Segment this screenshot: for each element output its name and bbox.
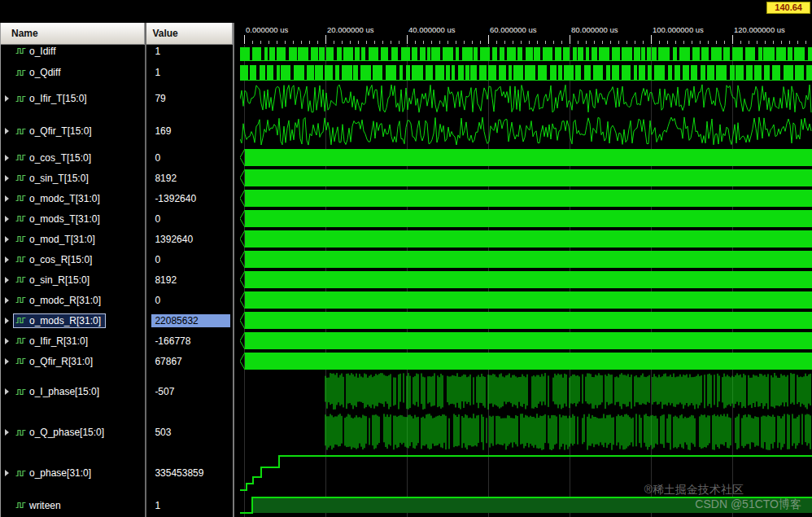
signal-name-box[interactable]: o_Idiff bbox=[13, 45, 60, 59]
signal-name-box[interactable]: o_I_phase[15:0] bbox=[13, 384, 104, 399]
signal-row-o_Q_phase[15:0][interactable]: o_Q_phase[15:0] bbox=[1, 412, 145, 453]
signal-name-box[interactable]: o_modc_T[31:0] bbox=[13, 191, 105, 206]
wave-row-o_mod_T[31:0][interactable] bbox=[240, 230, 812, 248]
wave-row-o_Qdiff[interactable] bbox=[240, 65, 812, 80]
expand-arrow-icon[interactable] bbox=[1, 338, 13, 344]
value-column-header[interactable]: Value bbox=[146, 23, 233, 45]
signal-name-box[interactable]: o_Ifir_R[31:0] bbox=[13, 334, 93, 348]
expand-arrow-icon[interactable] bbox=[1, 155, 13, 161]
signal-value-row-o_mod_T[31:0][interactable]: 1392640 bbox=[146, 229, 233, 249]
signal-row-o_mods_R[31:0][interactable]: o_mods_R[31:0] bbox=[1, 310, 145, 331]
signal-waveform-icon bbox=[15, 276, 26, 283]
signal-name-box[interactable]: o_sin_T[15:0] bbox=[13, 171, 94, 186]
signal-value-label: 0 bbox=[151, 151, 164, 164]
expand-arrow-icon[interactable] bbox=[1, 216, 13, 222]
signal-row-o_cos_R[15:0][interactable]: o_cos_R[15:0] bbox=[1, 249, 145, 269]
signal-value-row-o_Ifir_T[15:0][interactable]: 79 bbox=[146, 82, 233, 115]
signal-row-writeen[interactable]: writeen bbox=[1, 493, 145, 517]
signal-row-o_Qfir_T[15:0][interactable]: o_Qfir_T[15:0] bbox=[1, 115, 145, 147]
signal-value-row-o_modc_T[31:0][interactable]: -1392640 bbox=[146, 188, 233, 208]
signal-value-row-o_I_phase[15:0][interactable]: -507 bbox=[146, 371, 233, 412]
signal-name-box[interactable]: o_mod_T[31:0] bbox=[13, 232, 100, 247]
wave-row-o_I_phase[15:0][interactable] bbox=[325, 373, 810, 410]
signal-name-box[interactable]: writeen bbox=[13, 498, 66, 513]
expand-arrow-icon[interactable] bbox=[1, 128, 13, 134]
expand-arrow-icon[interactable] bbox=[1, 175, 13, 182]
signal-value-row-o_mods_R[31:0][interactable]: 22085632 bbox=[146, 310, 233, 331]
signal-name-box[interactable]: o_cos_R[15:0] bbox=[13, 252, 97, 267]
name-column-header[interactable]: Name bbox=[1, 23, 145, 45]
signal-row-o_modc_T[31:0][interactable]: o_modc_T[31:0] bbox=[1, 188, 145, 208]
signal-name-box[interactable]: o_cos_T[15:0] bbox=[13, 151, 96, 165]
signal-value-row-o_Qfir_T[15:0][interactable]: 169 bbox=[146, 115, 233, 147]
signal-value-row-writeen[interactable]: 1 bbox=[146, 493, 233, 517]
signal-name-box[interactable]: o_Qfir_R[31:0] bbox=[13, 354, 98, 369]
signal-value-row-o_mods_T[31:0][interactable]: 0 bbox=[146, 208, 233, 229]
signal-name-box[interactable]: o_phase[31:0] bbox=[13, 466, 96, 480]
signal-value-row-o_cos_T[15:0][interactable]: 0 bbox=[146, 147, 233, 168]
wave-row-o_modc_T[31:0][interactable] bbox=[240, 190, 812, 207]
expand-arrow-icon[interactable] bbox=[1, 277, 13, 283]
wave-row-writeen[interactable] bbox=[240, 497, 812, 513]
signal-name-box[interactable]: o_modc_R[31:0] bbox=[13, 293, 106, 308]
expand-arrow-icon[interactable] bbox=[1, 236, 13, 243]
signal-row-o_I_phase[15:0][interactable]: o_I_phase[15:0] bbox=[1, 371, 145, 412]
signal-value-row-o_Idiff[interactable]: 1 bbox=[146, 45, 233, 63]
wave-row-o_cos_T[15:0][interactable] bbox=[240, 149, 812, 166]
signal-name-box[interactable]: o_mods_R[31:0] bbox=[13, 313, 106, 328]
signal-value-label: 67867 bbox=[151, 355, 185, 368]
wave-row-o_mods_T[31:0][interactable] bbox=[240, 210, 812, 227]
expand-arrow-icon[interactable] bbox=[1, 388, 13, 395]
signal-name-label: o_modc_R[31:0] bbox=[29, 295, 101, 306]
wave-row-o_Qfir_R[31:0][interactable] bbox=[240, 353, 812, 370]
expand-arrow-icon[interactable] bbox=[1, 195, 13, 202]
signal-value-row-o_Q_phase[15:0][interactable]: 503 bbox=[146, 412, 233, 453]
signal-name-box[interactable]: o_Qfir_T[15:0] bbox=[13, 124, 97, 138]
signal-row-o_mod_T[31:0][interactable]: o_mod_T[31:0] bbox=[1, 229, 145, 249]
waveform-canvas[interactable] bbox=[240, 45, 812, 517]
signal-waveform-icon bbox=[15, 154, 26, 161]
signal-row-o_phase[31:0][interactable]: o_phase[31:0] bbox=[1, 453, 145, 493]
signal-row-o_sin_R[15:0][interactable]: o_sin_R[15:0] bbox=[1, 269, 145, 290]
signal-value-row-o_phase[31:0][interactable]: 335453859 bbox=[146, 453, 233, 493]
signal-name-box[interactable]: o_mods_T[31:0] bbox=[13, 212, 105, 226]
signal-row-o_Ifir_R[31:0][interactable]: o_Ifir_R[31:0] bbox=[1, 331, 145, 351]
signal-name-box[interactable]: o_Ifir_T[15:0] bbox=[13, 91, 92, 106]
wave-row-o_Q_phase[15:0][interactable] bbox=[325, 414, 810, 450]
wave-row-o_modc_R[31:0][interactable] bbox=[240, 291, 812, 309]
wave-row-o_Ifir_R[31:0][interactable] bbox=[240, 332, 812, 349]
signal-row-o_sin_T[15:0][interactable]: o_sin_T[15:0] bbox=[1, 168, 145, 188]
signal-row-o_cos_T[15:0][interactable]: o_cos_T[15:0] bbox=[1, 147, 145, 168]
signal-row-o_Ifir_T[15:0][interactable]: o_Ifir_T[15:0] bbox=[1, 82, 145, 115]
signal-value-row-o_sin_T[15:0][interactable]: 8192 bbox=[146, 168, 233, 188]
expand-arrow-icon[interactable] bbox=[1, 358, 13, 365]
signal-value-row-o_cos_R[15:0][interactable]: 0 bbox=[146, 249, 233, 269]
signal-name-box[interactable]: o_Qdiff bbox=[13, 65, 65, 80]
signal-row-o_modc_R[31:0][interactable]: o_modc_R[31:0] bbox=[1, 290, 145, 310]
signal-row-o_mods_T[31:0][interactable]: o_mods_T[31:0] bbox=[1, 208, 145, 229]
wave-row-o_mods_R[31:0][interactable] bbox=[240, 312, 812, 329]
signal-waveform-icon bbox=[15, 470, 26, 477]
signal-value-row-o_Ifir_R[31:0][interactable]: -166778 bbox=[146, 331, 233, 351]
expand-arrow-icon[interactable] bbox=[1, 429, 13, 436]
signal-value-row-o_sin_R[15:0][interactable]: 8192 bbox=[146, 269, 233, 290]
panel-splitter[interactable] bbox=[233, 23, 240, 517]
signal-row-o_Qfir_R[31:0][interactable]: o_Qfir_R[31:0] bbox=[1, 351, 145, 371]
signal-value-row-o_Qfir_R[31:0][interactable]: 67867 bbox=[146, 351, 233, 371]
expand-arrow-icon[interactable] bbox=[1, 95, 13, 102]
wave-row-o_cos_R[15:0][interactable] bbox=[240, 251, 812, 268]
expand-arrow-icon[interactable] bbox=[1, 297, 13, 304]
expand-arrow-icon[interactable] bbox=[1, 318, 13, 324]
expand-arrow-icon[interactable] bbox=[1, 470, 13, 476]
wave-row-o_sin_R[15:0][interactable] bbox=[240, 271, 812, 288]
signal-value-row-o_Qdiff[interactable]: 1 bbox=[146, 63, 233, 82]
time-ruler[interactable]: 0.000000 us20.000000 us40.000000 us60.00… bbox=[240, 23, 812, 45]
signal-name-box[interactable]: o_sin_R[15:0] bbox=[13, 273, 94, 287]
signal-row-o_Idiff[interactable]: o_Idiff bbox=[1, 45, 145, 63]
wave-row-o_sin_T[15:0][interactable] bbox=[240, 169, 812, 186]
signal-value-row-o_modc_R[31:0][interactable]: 0 bbox=[146, 290, 233, 310]
name-header-label: Name bbox=[11, 28, 38, 39]
expand-arrow-icon[interactable] bbox=[1, 256, 13, 263]
signal-row-o_Qdiff[interactable]: o_Qdiff bbox=[1, 63, 145, 82]
signal-name-box[interactable]: o_Q_phase[15:0] bbox=[13, 425, 109, 440]
